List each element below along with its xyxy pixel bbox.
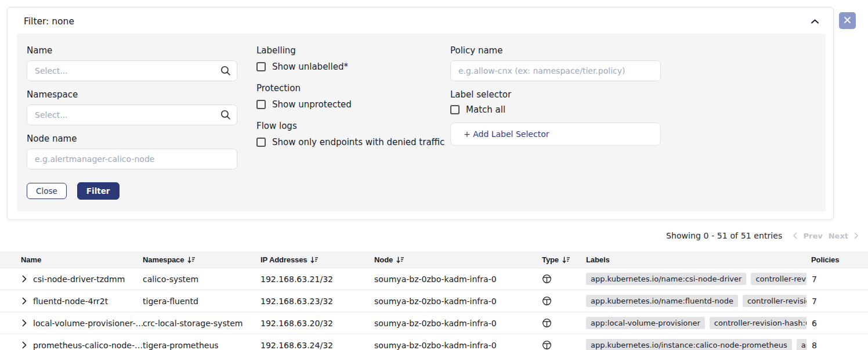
- label-chip: app:local-volume-provisioner: [586, 317, 705, 329]
- label-chip: app.kubernetes.io/name:fluentd-node: [586, 295, 738, 307]
- label-chip: app.kubernetes.io/instance:calico-node-p…: [586, 339, 792, 350]
- endpoint-namespace: crc-local-storage-system: [143, 319, 261, 328]
- entries-summary: Showing 0 - 51 of 51 entries: [666, 231, 783, 240]
- denied-traffic-checkbox[interactable]: [256, 138, 266, 147]
- labelling-group-label: Labelling: [256, 45, 454, 56]
- close-icon: [844, 16, 851, 26]
- pod-icon: [542, 298, 552, 306]
- endpoint-node: soumya-bz-0zbo-kadm-infra-0: [374, 297, 538, 306]
- endpoint-policies: 8: [806, 341, 868, 350]
- endpoint-namespace: tigera-fluentd: [143, 297, 261, 306]
- chevron-right-icon[interactable]: [854, 232, 859, 239]
- label-selector-label: Label selector: [450, 89, 661, 100]
- show-unprotected-label: Show unprotected: [272, 99, 352, 110]
- column-header-type[interactable]: Type: [538, 255, 583, 264]
- endpoint-name: local-volume-provisioner-…: [33, 319, 143, 328]
- column-header-namespace[interactable]: Namespace: [143, 255, 261, 264]
- endpoint-labels: app.kubernetes.io/instance:calico-node-p…: [583, 339, 806, 350]
- filter-button[interactable]: Filter: [77, 182, 120, 200]
- endpoint-policies: 7: [806, 275, 868, 284]
- policy-name-input[interactable]: [450, 60, 661, 81]
- expand-row-icon[interactable]: [22, 297, 27, 305]
- endpoint-labels: app:local-volume-provisionercontroller-r…: [583, 317, 806, 329]
- label-chip: app.kubernetes.io/name:csi-node-driver: [586, 273, 746, 285]
- label-chip: controller-revisi…: [751, 273, 806, 285]
- show-unprotected-checkbox[interactable]: [256, 100, 266, 109]
- denied-traffic-label: Show only endpoints with denied traffic: [272, 137, 444, 147]
- pagination-bar: Showing 0 - 51 of 51 entries Prev Next: [666, 229, 859, 242]
- match-all-checkbox[interactable]: [450, 105, 460, 114]
- sort-icon[interactable]: [187, 256, 196, 264]
- endpoint-ip-addresses: 192.168.63.24/32: [261, 341, 374, 350]
- endpoint-namespace: tigera-prometheus: [143, 341, 261, 350]
- table-header: Name Namespace IP Addresses Node Type: [0, 251, 868, 268]
- column-header-ip-addresses[interactable]: IP Addresses: [261, 255, 374, 264]
- endpoint-labels: app.kubernetes.io/name:fluentd-nodecontr…: [583, 295, 806, 307]
- name-select-input[interactable]: [27, 60, 237, 81]
- node-name-field-label: Node name: [27, 133, 237, 144]
- endpoint-name: csi-node-driver-tzdmm: [33, 275, 125, 284]
- close-panel-button[interactable]: [839, 12, 856, 29]
- show-unlabelled-label: Show unlabelled*: [272, 62, 348, 72]
- chevron-left-icon[interactable]: [793, 232, 797, 239]
- endpoint-node: soumya-bz-0zbo-kadm-infra-0: [374, 275, 538, 284]
- close-button[interactable]: Close: [27, 183, 67, 199]
- node-name-input[interactable]: [27, 149, 237, 169]
- table-body: csi-node-driver-tzdmm calico-system 192.…: [0, 268, 868, 350]
- search-icon: [220, 109, 232, 121]
- prev-page-button[interactable]: Prev: [803, 232, 822, 240]
- table-row[interactable]: fluentd-node-4rr2t tigera-fluentd 192.16…: [0, 290, 868, 312]
- pod-icon: [542, 276, 552, 284]
- sort-icon[interactable]: [396, 256, 404, 264]
- chevron-up-icon: [811, 17, 819, 26]
- next-page-button[interactable]: Next: [829, 232, 848, 240]
- endpoint-ip-addresses: 192.168.63.21/32: [261, 275, 374, 284]
- name-field-label: Name: [27, 45, 237, 56]
- endpoint-labels: app.kubernetes.io/name:csi-node-driverco…: [583, 273, 806, 285]
- filter-panel-header: Filter: none: [8, 8, 833, 27]
- collapse-filter-button[interactable]: [809, 17, 820, 26]
- namespace-field-label: Namespace: [27, 89, 237, 100]
- match-all-label: Match all: [466, 104, 505, 115]
- table-row[interactable]: csi-node-driver-tzdmm calico-system 192.…: [0, 268, 868, 290]
- expand-row-icon[interactable]: [22, 275, 27, 283]
- sort-icon[interactable]: [562, 256, 570, 264]
- protection-group-label: Protection: [256, 83, 454, 93]
- endpoint-namespace: calico-system: [143, 275, 261, 284]
- label-chip: app.…: [797, 339, 806, 350]
- filter-title: Filter: none: [24, 16, 74, 27]
- add-label-selector-button[interactable]: + Add Label Selector: [450, 122, 661, 146]
- column-header-name[interactable]: Name: [0, 255, 143, 264]
- column-header-policies: Policies: [806, 255, 868, 264]
- label-chip: controller-revision-hash:65…: [710, 317, 806, 329]
- label-chip: controller-revision-…: [743, 295, 806, 307]
- search-icon: [220, 65, 232, 77]
- column-header-node[interactable]: Node: [374, 255, 538, 264]
- endpoint-ip-addresses: 192.168.63.23/32: [261, 297, 374, 306]
- endpoint-policies: 6: [806, 319, 868, 328]
- policy-name-field-label: Policy name: [450, 45, 661, 56]
- endpoint-policies: 7: [806, 297, 868, 306]
- sort-icon[interactable]: [310, 256, 319, 264]
- filter-form: Name Namespace Node name Close Filt: [17, 34, 826, 211]
- pod-icon: [542, 342, 552, 350]
- endpoint-ip-addresses: 192.168.63.20/32: [261, 319, 374, 328]
- flow-logs-group-label: Flow logs: [256, 121, 454, 131]
- table-row[interactable]: prometheus-calico-node-… tigera-promethe…: [0, 334, 868, 350]
- endpoints-table: Name Namespace IP Addresses Node Type: [0, 251, 868, 350]
- endpoint-name: prometheus-calico-node-…: [33, 341, 143, 350]
- table-row[interactable]: local-volume-provisioner-… crc-local-sto…: [0, 312, 868, 334]
- expand-row-icon[interactable]: [22, 319, 27, 327]
- expand-row-icon[interactable]: [22, 341, 27, 349]
- endpoint-name: fluentd-node-4rr2t: [33, 297, 108, 306]
- namespace-select-input[interactable]: [27, 104, 237, 125]
- column-header-labels: Labels: [583, 255, 806, 264]
- endpoint-node: soumya-bz-0zbo-kadm-infra-0: [374, 319, 538, 328]
- pod-icon: [542, 320, 552, 328]
- filter-panel: Filter: none Name Namespace: [7, 7, 834, 220]
- endpoint-node: soumya-bz-0zbo-kadm-infra-0: [374, 341, 538, 350]
- show-unlabelled-checkbox[interactable]: [256, 62, 266, 71]
